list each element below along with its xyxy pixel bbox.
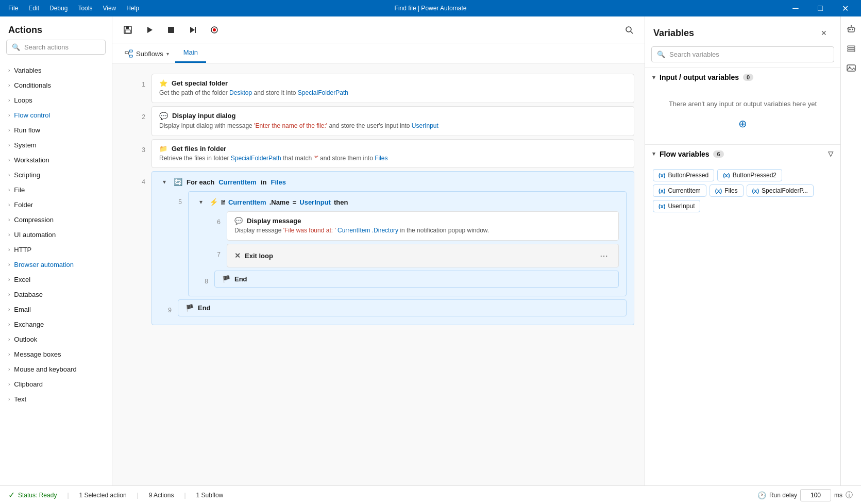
svg-point-18 bbox=[852, 29, 853, 30]
action-item-clipboard[interactable]: ›Clipboard bbox=[0, 377, 112, 392]
variables-panel: Variables ✕ 🔍 Search variables ▾ Input /… bbox=[645, 16, 840, 485]
step-card-3[interactable]: 📁 Get files in folder Retrieve the files… bbox=[151, 139, 634, 169]
foreach-block[interactable]: ▾ 🔄 For each CurrentItem in Files 5 bbox=[151, 171, 634, 325]
action-item-exchange[interactable]: ›Exchange bbox=[0, 317, 112, 332]
actions-search-box[interactable]: 🔍 Search actions bbox=[6, 40, 106, 55]
svg-rect-11 bbox=[125, 52, 128, 54]
save-button[interactable] bbox=[119, 21, 137, 39]
exit-more-button[interactable]: ⋯ bbox=[597, 248, 611, 263]
canvas-search-button[interactable] bbox=[620, 21, 638, 39]
var-chip-buttonpressed2[interactable]: (x) ButtonPressed2 bbox=[717, 169, 782, 181]
menu-tools[interactable]: Tools bbox=[74, 3, 96, 14]
side-icon-robot[interactable] bbox=[843, 21, 859, 37]
side-icon-layers[interactable] bbox=[843, 40, 859, 57]
minimize-button[interactable]: ─ bbox=[784, 0, 807, 16]
run-delay-input[interactable] bbox=[800, 489, 831, 501]
end-card-foreach[interactable]: 🏴 End bbox=[178, 299, 627, 316]
step-desc-1: Get the path of the folder Desktop and s… bbox=[159, 89, 627, 97]
stop-button[interactable] bbox=[162, 21, 180, 39]
step-6: 6 💬 Display message bbox=[208, 211, 619, 241]
step-card-1[interactable]: ⭐ Get special folder Get the path of the… bbox=[151, 74, 634, 103]
flow-section-header[interactable]: ▾ Flow variables 6 ▽ bbox=[645, 145, 840, 163]
var-chip-files[interactable]: (x) Files bbox=[710, 184, 744, 197]
info-icon[interactable]: ⓘ bbox=[846, 491, 853, 500]
status-label: Status: Ready bbox=[18, 492, 57, 499]
menu-bar[interactable]: File Edit Debug Tools View Help bbox=[4, 3, 143, 14]
action-item-scripting[interactable]: ›Scripting bbox=[0, 167, 112, 182]
canvas-toolbar bbox=[112, 16, 645, 43]
action-item-text[interactable]: ›Text bbox=[0, 392, 112, 407]
var-chip-userinput[interactable]: (x) UserInput bbox=[653, 200, 700, 212]
action-item-loops[interactable]: ›Loops bbox=[0, 93, 112, 108]
next-button[interactable] bbox=[183, 21, 202, 39]
variables-search-box[interactable]: 🔍 Search variables bbox=[651, 46, 834, 62]
var-chip-buttonpressed[interactable]: (x) ButtonPressed bbox=[653, 169, 714, 181]
variables-close-button[interactable]: ✕ bbox=[816, 25, 832, 41]
menu-file[interactable]: File bbox=[4, 3, 22, 14]
run-delay: 🕐 Run delay ms ⓘ bbox=[757, 489, 853, 501]
exit-loop-label: Exit loop bbox=[245, 252, 273, 260]
menu-help[interactable]: Help bbox=[122, 3, 143, 14]
svg-rect-25 bbox=[848, 50, 855, 52]
action-item-database[interactable]: ›Database bbox=[0, 287, 112, 302]
subflows-chevron-icon: ▾ bbox=[166, 51, 169, 57]
action-item-workstation[interactable]: ›Workstation bbox=[0, 153, 112, 167]
action-item-variables[interactable]: ›Variables bbox=[0, 63, 112, 78]
window-controls[interactable]: ─ □ ✕ bbox=[784, 0, 857, 16]
var-chip-currentitem[interactable]: (x) CurrentItem bbox=[653, 184, 706, 197]
side-icon-image[interactable] bbox=[843, 60, 859, 76]
action-item-email[interactable]: ›Email bbox=[0, 302, 112, 317]
action-item-outlook[interactable]: ›Outlook bbox=[0, 332, 112, 347]
record-button[interactable] bbox=[205, 21, 224, 39]
menu-debug[interactable]: Debug bbox=[45, 3, 72, 14]
if-var1: CurrentItem bbox=[228, 198, 266, 206]
dialog-icon: 💬 bbox=[159, 112, 168, 120]
if-label: If bbox=[221, 198, 225, 206]
end-card-if[interactable]: 🏴 End bbox=[214, 271, 619, 288]
end-if-label: End bbox=[234, 275, 247, 283]
if-block[interactable]: ▾ ⚡ If CurrentItem .Name = UserInput the… bbox=[188, 191, 627, 296]
exit-card[interactable]: ✕ Exit loop ⋯ bbox=[227, 244, 619, 267]
step-9: 9 🏴 End bbox=[159, 299, 627, 316]
action-item-folder[interactable]: ›Folder bbox=[0, 197, 112, 212]
refresh-icon: 🔄 bbox=[174, 178, 182, 186]
foreach-in: in bbox=[261, 178, 267, 186]
step-card-6[interactable]: 💬 Display message Display message 'File … bbox=[227, 211, 619, 241]
action-item-browserautomation[interactable]: ›Browser automation bbox=[0, 257, 112, 272]
menu-view[interactable]: View bbox=[98, 3, 120, 14]
svg-rect-12 bbox=[129, 50, 132, 52]
step-card-2[interactable]: 💬 Display input dialog Display input dia… bbox=[151, 106, 634, 136]
action-item-conditionals[interactable]: ›Conditionals bbox=[0, 78, 112, 93]
foreach-title: ▾ 🔄 For each CurrentItem in Files bbox=[159, 177, 627, 187]
action-item-runflow[interactable]: ›Run flow bbox=[0, 123, 112, 138]
menu-edit[interactable]: Edit bbox=[24, 3, 43, 14]
var-chip-icon: (x) bbox=[715, 188, 722, 194]
if-then: then bbox=[334, 198, 348, 206]
if-inner: 6 💬 Display message bbox=[208, 211, 619, 267]
maximize-button[interactable]: □ bbox=[808, 0, 832, 16]
action-item-http[interactable]: ›HTTP bbox=[0, 242, 112, 257]
run-button[interactable] bbox=[140, 21, 159, 39]
action-item-file[interactable]: ›File bbox=[0, 182, 112, 197]
if-collapse-button[interactable]: ▾ bbox=[196, 197, 206, 207]
action-item-messageboxes[interactable]: ›Message boxes bbox=[0, 347, 112, 362]
action-item-uiautomation[interactable]: ›UI automation bbox=[0, 227, 112, 242]
var-chip-specialfolder[interactable]: (x) SpecialFolderP... bbox=[747, 184, 814, 197]
close-button[interactable]: ✕ bbox=[833, 0, 857, 16]
action-item-excel[interactable]: ›Excel bbox=[0, 272, 112, 287]
foreach-var1: CurrentItem bbox=[218, 178, 257, 186]
if-var2: UserInput bbox=[299, 198, 331, 206]
var-chip-icon: (x) bbox=[659, 172, 665, 178]
action-item-compression[interactable]: ›Compression bbox=[0, 212, 112, 227]
io-section-header[interactable]: ▾ Input / output variables 0 bbox=[645, 68, 840, 87]
add-io-variable-button[interactable]: ⊕ bbox=[735, 115, 751, 132]
tab-main[interactable]: Main bbox=[175, 43, 206, 63]
action-item-mousekeyboard[interactable]: ›Mouse and keyboard bbox=[0, 362, 112, 377]
action-item-flowcontrol[interactable]: ›Flow control bbox=[0, 108, 112, 123]
action-item-system[interactable]: ›System bbox=[0, 138, 112, 153]
if-end-row: 8 🏴 End bbox=[196, 271, 619, 288]
foreach-collapse-button[interactable]: ▾ bbox=[159, 177, 170, 187]
end-foreach-label: End bbox=[198, 304, 211, 312]
subflows-button[interactable]: Subflows ▾ bbox=[119, 44, 175, 63]
io-empty-message: There aren't any input or output variabl… bbox=[645, 87, 840, 144]
